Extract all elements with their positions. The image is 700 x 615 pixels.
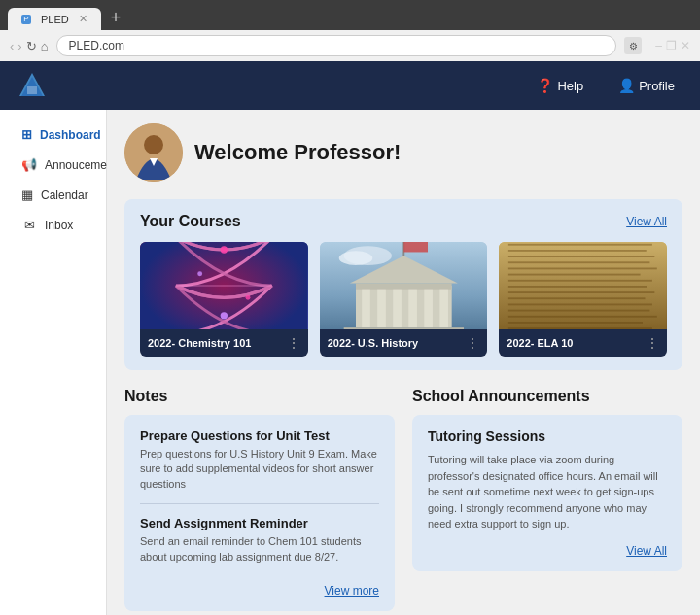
course-card-ela[interactable]: 2022- ELA 10 ⋮	[499, 242, 667, 357]
svg-rect-33	[508, 250, 647, 252]
profile-icon: 👤	[618, 78, 635, 93]
help-icon: ❓	[537, 78, 553, 93]
address-bar[interactable]: PLED.com	[56, 35, 617, 56]
new-tab-button[interactable]: +	[103, 6, 129, 30]
svg-rect-23	[424, 290, 433, 327]
svg-point-12	[246, 295, 251, 300]
course-thumb-dna	[140, 242, 308, 329]
course-name-ela: 2022- ELA 10	[507, 337, 573, 349]
header-actions: ❓ Help 👤 Profile	[527, 74, 684, 97]
svg-rect-38	[508, 280, 652, 282]
course-thumb-ela	[499, 242, 667, 329]
tab-close[interactable]: ✕	[79, 13, 88, 25]
course-name-history: 2022- U.S. History	[328, 337, 419, 349]
course-menu-history[interactable]: ⋮	[466, 335, 479, 351]
svg-rect-2	[27, 86, 37, 94]
announcements-icon: 📢	[21, 157, 37, 172]
dna-visual	[140, 242, 308, 329]
app-header: ❓ Help 👤 Profile	[0, 61, 700, 110]
svg-rect-46	[508, 327, 652, 329]
svg-rect-28	[343, 327, 463, 329]
bottom-sections: Notes Prepare Questions for Unit Test Pr…	[124, 388, 682, 611]
avatar	[124, 123, 183, 182]
tab-title: PLED	[41, 14, 69, 25]
course-card-history[interactable]: 2022- U.S. History ⋮	[320, 242, 488, 357]
svg-rect-32	[508, 244, 652, 246]
logo-icon	[16, 69, 49, 102]
svg-rect-19	[362, 290, 370, 327]
dashboard-icon: ⊞	[21, 127, 32, 142]
sidebar-item-inbox[interactable]: ✉ Inbox	[10, 210, 96, 240]
courses-view-all[interactable]: View All	[626, 215, 667, 228]
profile-label: Profile	[639, 79, 675, 93]
note-body-1: Prep questions for U.S History Unit 9 Ex…	[140, 447, 379, 492]
back-button[interactable]: ‹	[10, 39, 14, 53]
home-button[interactable]: ⌂	[41, 39, 49, 53]
notes-card: Prepare Questions for Unit Test Prep que…	[124, 415, 395, 611]
tab-favicon: P	[21, 15, 31, 24]
welcome-greeting: Welcome Professor!	[194, 140, 401, 165]
maximize-button[interactable]: ❐	[666, 39, 677, 52]
sidebar-item-calendar[interactable]: ▦ Calendar	[10, 180, 96, 210]
professor-avatar	[124, 123, 183, 182]
forward-button[interactable]: ›	[18, 39, 21, 53]
note-item-2: Send Assignment Reminder Send an email r…	[140, 516, 379, 576]
svg-rect-39	[508, 286, 648, 288]
help-button[interactable]: ❓ Help	[527, 74, 593, 97]
svg-rect-34	[508, 256, 654, 257]
sidebar-item-label: Dashboard	[40, 128, 101, 142]
svg-rect-20	[377, 290, 386, 327]
courses-section: Your Courses View All	[124, 199, 682, 370]
note-item-1: Prepare Questions for Unit Test Prep que…	[140, 428, 379, 504]
calendar-icon: ▦	[21, 188, 33, 202]
extension-icon[interactable]: ⚙	[624, 37, 642, 54]
history-visual	[320, 242, 488, 329]
course-card-chemistry[interactable]: 2022- Chemistry 101 ⋮	[140, 242, 308, 357]
svg-rect-24	[439, 290, 448, 327]
help-label: Help	[557, 79, 583, 93]
svg-rect-36	[508, 267, 657, 269]
svg-rect-42	[508, 304, 652, 306]
svg-rect-45	[508, 322, 643, 324]
courses-title: Your Courses	[140, 213, 241, 230]
announcements-card: Tutoring Sessions Tutoring will take pla…	[412, 415, 682, 571]
announcements-title: School Announcements	[412, 388, 682, 405]
minimize-button[interactable]: –	[655, 39, 662, 52]
svg-rect-27	[403, 242, 428, 252]
svg-rect-44	[508, 316, 657, 318]
svg-rect-43	[508, 310, 650, 312]
svg-point-13	[221, 312, 228, 319]
close-button[interactable]: ✕	[681, 39, 690, 52]
notes-section: Notes Prepare Questions for Unit Test Pr…	[124, 388, 395, 611]
svg-rect-18	[356, 284, 452, 290]
course-thumb-history	[320, 242, 488, 329]
notes-title: Notes	[124, 388, 395, 405]
course-menu-chemistry[interactable]: ⋮	[287, 335, 300, 351]
note-title-1: Prepare Questions for Unit Test	[140, 428, 379, 443]
main-content: Welcome Professor! Your Courses View All	[107, 110, 700, 615]
browser-tab[interactable]: P PLED ✕	[8, 8, 101, 30]
sidebar-item-announcements[interactable]: 📢 Annoucements	[10, 150, 96, 180]
ela-visual	[499, 242, 667, 329]
profile-button[interactable]: 👤 Profile	[609, 74, 684, 97]
welcome-section: Welcome Professor!	[124, 123, 682, 182]
sidebar-item-dashboard[interactable]: ⊞ Dashboard	[10, 120, 96, 150]
svg-rect-35	[508, 261, 650, 263]
svg-point-10	[221, 246, 228, 253]
note-body-2: Send an email reminder to Chem 101 stude…	[140, 534, 379, 564]
notes-view-more[interactable]: View more	[140, 584, 379, 598]
announcements-view-all[interactable]: View All	[428, 544, 667, 558]
sidebar-item-label: Calendar	[41, 188, 88, 202]
course-menu-ela[interactable]: ⋮	[646, 335, 659, 351]
reload-button[interactable]: ↻	[26, 39, 37, 53]
announcement-body-1: Tutoring will take place via zoom during…	[428, 452, 667, 532]
courses-grid: 2022- Chemistry 101 ⋮	[140, 242, 667, 357]
course-name-chemistry: 2022- Chemistry 101	[148, 337, 251, 349]
svg-rect-21	[393, 290, 402, 327]
announcement-title-1: Tutoring Sessions	[428, 428, 667, 444]
svg-rect-22	[408, 290, 417, 327]
inbox-icon: ✉	[21, 218, 37, 232]
svg-rect-40	[508, 291, 654, 293]
svg-point-4	[144, 135, 163, 154]
announcements-section: School Announcements Tutoring Sessions T…	[412, 388, 682, 611]
